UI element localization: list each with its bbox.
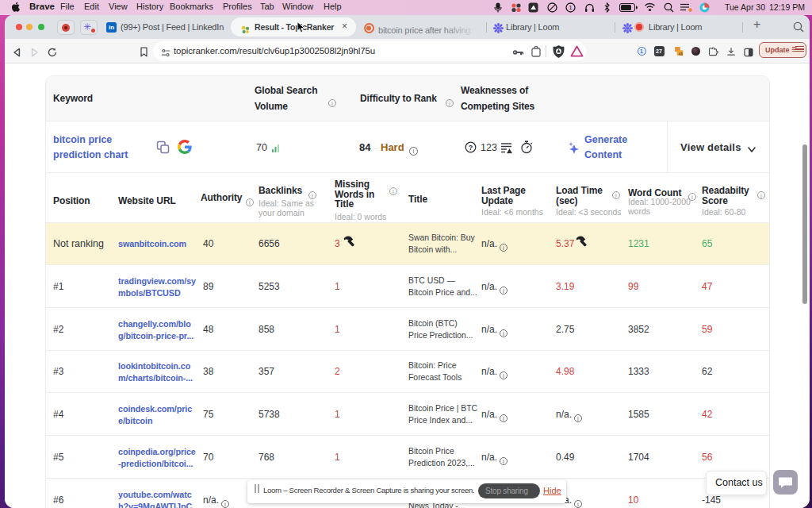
svg-text:1: 1 [569, 4, 573, 11]
svg-text:48: 48 [679, 52, 684, 56]
svg-text:?: ? [469, 144, 473, 152]
